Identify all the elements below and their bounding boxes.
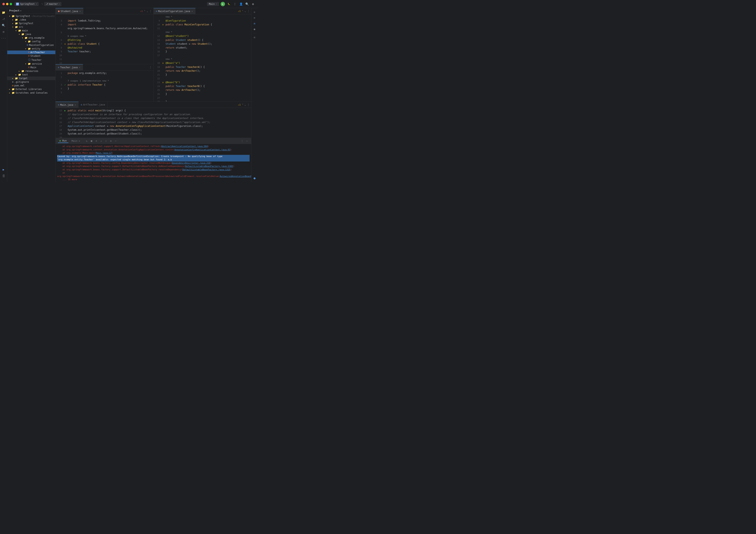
expand-icon[interactable]: ⌃	[242, 10, 243, 13]
sidebar-icon-structure[interactable]: ⊞	[1, 29, 7, 35]
console-link[interactable]: AnnotationConfigApplicationContext.java:…	[175, 148, 230, 151]
main-config-tab[interactable]: Main ✕	[70, 139, 82, 143]
run-button[interactable]: ▶	[221, 2, 225, 6]
search-icon[interactable]: 🔍	[245, 2, 249, 6]
scroll-down-icon[interactable]: ↓	[99, 139, 103, 143]
run-panel: ▶ Run Main ✕ ↻ ■ ⊙ ↓ ↑ ≡ ⋯ ⋮	[56, 138, 251, 182]
main-editor[interactable]: 13 ▶ public static void main(String[] ar…	[56, 108, 251, 138]
console-link[interactable]: DefaultListableBeanFactory.java:1383	[185, 165, 233, 168]
right-icon-dot[interactable]: ●	[252, 27, 257, 31]
branch-selector[interactable]: ⎇ master ▾	[44, 2, 61, 6]
console-link[interactable]: Main.java:17	[96, 152, 112, 154]
more-options-icon[interactable]: ⋮	[247, 10, 250, 13]
sidebar-icon-db[interactable]: 🗄	[1, 173, 7, 179]
collapse-icon[interactable]: ⌄	[245, 103, 246, 106]
code-line: 3 import lombok.ToString;	[56, 19, 153, 23]
sidebar-icon-git[interactable]: ⎇	[1, 16, 7, 22]
mainconfig-editor[interactable]: new * 9 @Configuration 10 ⊙ public class…	[153, 14, 251, 101]
folder-open-icon: ▾ 📁	[18, 33, 24, 36]
tree-item-idea[interactable]: ▸ 📁 .idea	[7, 18, 55, 21]
project-selector[interactable]: ST SpringTest ▾	[14, 2, 39, 6]
tree-label: resources	[25, 70, 38, 72]
tree-item-config[interactable]: ▾ 📁 config	[7, 40, 55, 43]
teacher-editor[interactable]: 1 package org.example.entity; 2	[56, 70, 153, 101]
tree-item-ext-libs[interactable]: ▸ 📁 External Libraries	[7, 87, 55, 91]
tree-item-resources[interactable]: ▸ 📁 resources	[7, 69, 55, 73]
close-tab-icon[interactable]: ✕	[79, 66, 80, 69]
sidebar-icon-folder[interactable]: 📁	[1, 10, 7, 15]
right-icon-circle[interactable]: ⊙	[252, 10, 257, 14]
sidebar-icon-run-left[interactable]: ▶	[1, 167, 7, 172]
tree-item-gitignore[interactable]: ⊘ .gitignore	[7, 80, 55, 84]
right-icon-m2[interactable]: m	[252, 35, 257, 40]
tree-item-scratches[interactable]: ▸ 📁 Scratches and Consoles	[7, 91, 55, 95]
run-config-selector[interactable]: Main ▾	[207, 2, 219, 6]
run-panel-header: ▶ Run Main ✕ ↻ ■ ⊙ ↓ ↑ ≡ ⋯ ⋮	[56, 138, 251, 144]
sidebar-icon-search[interactable]: 🔍	[1, 22, 7, 28]
sidebar-icon-more[interactable]: ···	[1, 36, 7, 41]
stop-icon[interactable]: ■	[90, 139, 94, 143]
debug-button[interactable]: 🐛	[227, 2, 231, 6]
tab-artteacher-java[interactable]: © ArtTeacher.java	[78, 102, 107, 108]
tree-item-student[interactable]: © Student	[7, 54, 55, 58]
tree-label: entity	[32, 47, 40, 50]
student-editor[interactable]: 3 import lombok.ToString; 4 import org.s…	[56, 14, 153, 64]
filter-icon[interactable]: ≡	[109, 139, 113, 143]
more-button[interactable]: ⋮	[233, 2, 237, 6]
tree-item-teacher[interactable]: ⓘ Teacher	[7, 58, 55, 62]
tree-item-main-class[interactable]: © Main	[7, 66, 55, 69]
pin-icon[interactable]: ⊙	[94, 139, 98, 143]
tree-item-src[interactable]: ▾ 📁 src	[7, 25, 55, 29]
right-icon-m[interactable]: m	[252, 21, 257, 26]
tree-item-springtest-sub[interactable]: ▸ 📁 SpringTest	[7, 21, 55, 25]
tab-teacher-java[interactable]: ⊙ Teacher.java ✕	[56, 64, 83, 70]
tree-item-artteacher[interactable]: © ArtTeacher	[7, 50, 55, 54]
tree-label: ArtTeacher	[30, 51, 45, 54]
more-options-icon[interactable]: ⋮	[149, 10, 152, 13]
tab-student-java[interactable]: Student.java ✕	[56, 8, 83, 14]
notification-icon[interactable]: ●	[252, 176, 257, 181]
minimize-panel-icon[interactable]: ―	[245, 139, 249, 143]
tree-item-entity[interactable]: ▾ 📁 entity	[7, 47, 55, 50]
close-button[interactable]	[2, 3, 5, 5]
close-tab-icon[interactable]: ✕	[75, 104, 76, 106]
console-link[interactable]: AutowiredAnnotationBeanPostProcessor.jav…	[220, 175, 251, 178]
more-options-icon[interactable]: ⋮	[149, 66, 152, 69]
tree-item-org-example[interactable]: ▾ 📁 org.example	[7, 36, 55, 40]
console-link[interactable]: DefaultListableBeanFactory.java:1325	[182, 168, 230, 171]
tree-item-java[interactable]: ▾ 📁 java	[7, 32, 55, 36]
more-run-icon[interactable]: ⋯	[114, 139, 118, 143]
tree-item-main[interactable]: ▾ 📁 main	[7, 29, 55, 32]
settings-icon[interactable]: ⚙	[251, 2, 255, 6]
scroll-up-icon[interactable]: ↑	[104, 139, 108, 143]
collapse-icon[interactable]: ⌄	[245, 10, 246, 13]
tree-item-service[interactable]: ▾ 📁 service	[7, 62, 55, 66]
minimize-button[interactable]	[6, 3, 9, 5]
run-panel-tab[interactable]: ▶ Run	[58, 139, 68, 143]
project-tree-header[interactable]: Project ▾	[7, 8, 55, 14]
expand-icon[interactable]: ⌃	[144, 10, 145, 13]
close-tab-icon[interactable]: ✕	[191, 10, 193, 12]
tree-item-target[interactable]: ▸ 📁 target	[7, 76, 55, 80]
more-vert-icon[interactable]: ⋮	[240, 139, 244, 143]
expand-icon[interactable]: ⌃	[242, 103, 243, 106]
right-icon-list[interactable]: ≡	[252, 15, 257, 20]
more-options-icon[interactable]: ⋮	[247, 103, 250, 106]
tree-item-springtest[interactable]: ▾ 📁 SpringTest ~/Desktop/CS/JavaEE/2 Jav…	[7, 14, 55, 18]
fullscreen-button[interactable]	[10, 3, 12, 5]
close-tab-icon[interactable]: ✕	[79, 10, 81, 12]
console-link[interactable]: DependencyDescriptor.java:218	[172, 162, 210, 164]
tree-item-test[interactable]: ▸ 📁 test	[7, 73, 55, 76]
console-blank-line	[57, 182, 250, 182]
restart-icon[interactable]: ↻	[85, 139, 89, 143]
tab-main-java[interactable]: ⊙ Main.java ✕	[56, 102, 78, 108]
close-run-tab-icon[interactable]: ✕	[78, 140, 80, 142]
console-link[interactable]: AbstractApplicationContext.java:584	[161, 145, 208, 148]
tree-item-pom[interactable]: m pom.xml	[7, 84, 55, 87]
collapse-icon[interactable]: ⌄	[147, 10, 148, 13]
tree-item-mainconfiguration[interactable]: © MainConfiguration	[7, 43, 55, 47]
tab-mainconfig-java[interactable]: ⊙ MainConfiguration.java ✕	[153, 8, 196, 14]
code-line: 14 // ApplicationContext is an interface…	[56, 113, 251, 116]
code-line: 7 ⊙ public class Student {	[56, 42, 153, 46]
user-icon[interactable]: 👤	[239, 2, 243, 6]
